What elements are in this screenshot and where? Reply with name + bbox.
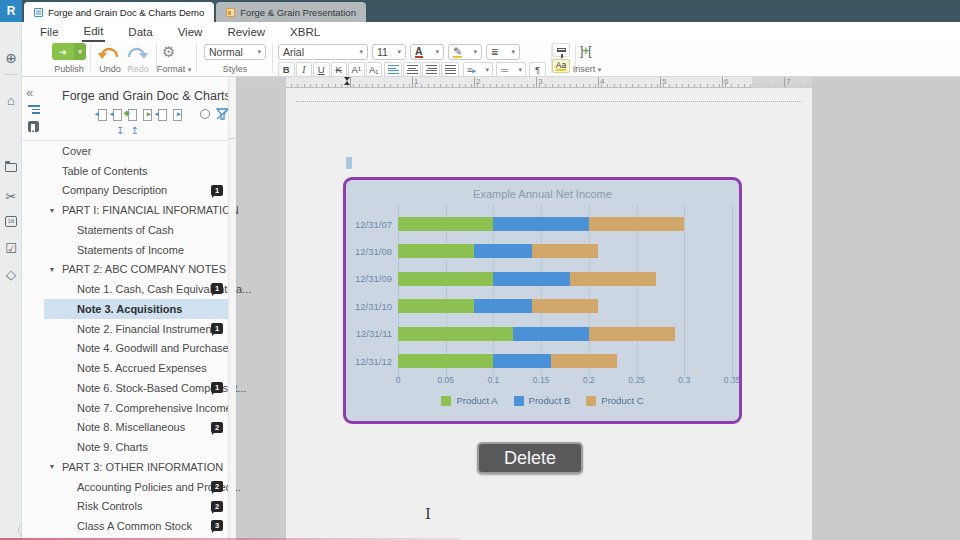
add-circle-icon[interactable]: ⊕ <box>0 52 22 65</box>
align-left-button[interactable] <box>384 62 402 77</box>
workspace-tab[interactable]: Forge and Grain Doc & Charts Demo <box>24 2 214 22</box>
outline-item[interactable]: Note 6. Stock-Based Compensat...1 <box>44 378 229 398</box>
text-style-button-3[interactable]: K <box>331 62 348 77</box>
outline-section-header[interactable]: ▾PART 3: OTHER INFORMATION <box>44 457 229 477</box>
outline-item[interactable]: Note 4. Goodwill and Purchased <box>44 339 229 359</box>
outline-section-header[interactable]: ▾PART I: FINANCIAL INFORMATION <box>44 200 229 220</box>
outline-view-icon[interactable] <box>28 105 40 116</box>
outline-section-header[interactable]: ▾PART 2: ABC COMPANY NOTES <box>44 260 229 280</box>
text-style-button-1[interactable]: I <box>296 62 313 77</box>
menu-item-data[interactable]: Data <box>126 24 154 41</box>
cut-icon[interactable]: ✂ <box>0 190 22 203</box>
folder-icon[interactable] <box>5 163 17 172</box>
app-logo[interactable]: R <box>0 0 22 22</box>
outline-item[interactable]: Note 5. Accrued Expenses <box>44 358 229 378</box>
comment-count-badge[interactable]: 1 <box>211 382 223 393</box>
section-expand-triangle[interactable]: ▾ <box>50 462 54 471</box>
outline-item[interactable]: Cover <box>44 141 229 161</box>
section-expand-triangle[interactable]: ▾ <box>50 265 54 274</box>
chart-bar-segment[interactable] <box>398 244 474 258</box>
text-style-button-0[interactable]: B <box>278 62 295 77</box>
chart-bar-segment[interactable] <box>589 327 675 341</box>
numbered-list-button[interactable]: ≣▾ <box>486 44 520 60</box>
align-right-button[interactable] <box>422 62 440 77</box>
menu-item-xbrl[interactable]: XBRL <box>288 24 322 41</box>
outline-item[interactable]: Note 3. Acquisitions <box>44 299 229 319</box>
selected-chart[interactable]: Example Annual Net Income 00.050.10.150.… <box>343 177 742 424</box>
outline-item[interactable]: Note 9. Charts <box>44 437 229 457</box>
checkbox-icon[interactable]: ☑ <box>0 242 22 255</box>
outline-item[interactable]: Statements of Income <box>44 240 229 260</box>
menu-item-review[interactable]: Review <box>225 24 267 41</box>
sidebar-scrollbar[interactable] <box>228 77 236 540</box>
bookmark-icon[interactable] <box>28 121 39 132</box>
chart-bar-segment[interactable] <box>570 272 656 286</box>
insert-icon[interactable]: ]+[ <box>580 44 591 58</box>
section-insert-icon-5[interactable]: ▸ <box>171 108 182 120</box>
highlight-color-button[interactable]: ✎▾ <box>448 44 482 60</box>
section-insert-icon-2[interactable]: ✚ <box>126 108 137 120</box>
chart-bar-segment[interactable] <box>398 217 493 231</box>
outline-item[interactable]: Statements of Cash <box>44 220 229 240</box>
chart-bar-segment[interactable] <box>474 299 531 313</box>
outline-item[interactable]: Accounting Policies and Proced...2 <box>44 477 229 497</box>
outline-item[interactable]: Note 1. Cash, Cash Equivalents a...1 <box>44 279 229 299</box>
publish-dropdown-arrow[interactable]: ▼ <box>74 43 86 60</box>
comment-count-badge[interactable]: 1 <box>211 283 223 294</box>
section-expand-triangle[interactable]: ▾ <box>50 206 54 215</box>
status-circle-icon[interactable] <box>200 109 210 119</box>
font-size-dropdown[interactable]: 11▾ <box>372 44 406 60</box>
publish-button[interactable]: ➜ ▼ <box>52 43 86 60</box>
format-gear-icon[interactable]: ⚙ <box>162 43 175 61</box>
package-icon[interactable]: ◇ <box>0 268 22 281</box>
comment-count-badge[interactable]: 2 <box>211 501 223 512</box>
chart-bar-segment[interactable] <box>513 327 589 341</box>
section-insert-icon-3[interactable]: ▸ <box>141 108 152 120</box>
expand-all-icon[interactable]: ↧ <box>116 125 124 136</box>
comment-count-badge[interactable]: 2 <box>211 422 223 433</box>
chart-bar-segment[interactable] <box>589 217 684 231</box>
chart-bar-segment[interactable] <box>493 272 569 286</box>
indent-button[interactable]: ≡▸▾ <box>463 62 493 77</box>
section-insert-icon-4[interactable]: ◂ <box>156 108 167 120</box>
format-painter-button[interactable] <box>552 43 570 57</box>
text-style-button-5[interactable]: A₁ <box>366 62 383 77</box>
comment-count-badge[interactable]: 1 <box>211 323 223 334</box>
format-label[interactable]: Format ▾ <box>150 64 198 74</box>
list-options-button[interactable]: ≔▾ <box>496 62 526 77</box>
document-canvas[interactable]: Example Annual Net Income 00.050.10.150.… <box>237 88 960 540</box>
chart-bar-segment[interactable] <box>474 244 531 258</box>
calendar-16-icon[interactable]: 16 <box>5 216 17 227</box>
insert-label[interactable]: Insert ▾ <box>562 64 612 74</box>
collapse-all-icon[interactable]: ↥ <box>130 125 138 136</box>
outline-item[interactable]: Table of Contents <box>44 161 229 181</box>
styles-dropdown[interactable]: Normal▾ <box>204 44 266 60</box>
chart-bar-segment[interactable] <box>398 354 493 368</box>
history-icon[interactable]: ⌂ <box>0 94 22 107</box>
menu-item-edit[interactable]: Edit <box>82 23 106 42</box>
delete-button[interactable]: Delete <box>477 442 583 474</box>
workspace-tab[interactable]: Forge & Grain Presentation <box>216 2 366 22</box>
chart-bar-segment[interactable] <box>398 299 474 313</box>
chart-bar-segment[interactable] <box>493 217 588 231</box>
comment-count-badge[interactable]: 2 <box>211 481 223 492</box>
chart-bar-segment[interactable] <box>532 299 599 313</box>
menu-item-view[interactable]: View <box>176 24 205 41</box>
font-family-dropdown[interactable]: Arial▾ <box>278 44 368 60</box>
outline-item[interactable]: Class A Common Stock3 <box>44 516 229 536</box>
align-justify-button[interactable] <box>441 62 459 77</box>
ruler-band[interactable] <box>286 77 812 88</box>
outline-item[interactable]: Risk Controls2 <box>44 497 229 517</box>
chart-bar-segment[interactable] <box>398 272 493 286</box>
chart-bar-segment[interactable] <box>551 354 618 368</box>
outline-item[interactable]: Note 7. Comprehensive Income <box>44 398 229 418</box>
outline-item[interactable]: Note 8. Miscellaneous2 <box>44 418 229 438</box>
outline-item[interactable]: Company Description1 <box>44 181 229 201</box>
text-style-button-2[interactable]: U <box>313 62 330 77</box>
outline-item[interactable]: Note 2. Financial Instruments1 <box>44 319 229 339</box>
pilcrow-button[interactable]: ¶ <box>529 62 546 77</box>
chart-bar-segment[interactable] <box>398 327 513 341</box>
chart-bar-segment[interactable] <box>493 354 550 368</box>
align-center-button[interactable] <box>403 62 421 77</box>
collapse-sidebar-icon[interactable]: « <box>26 85 33 100</box>
